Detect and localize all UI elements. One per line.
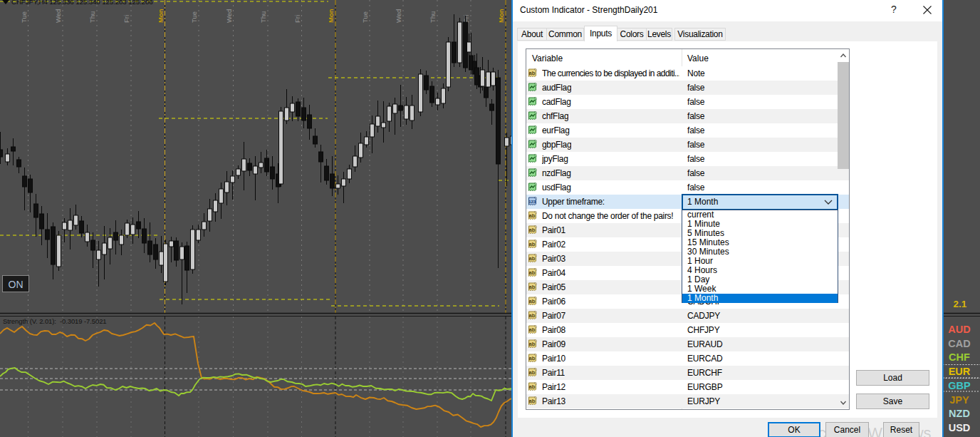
svg-text:GBP: GBP xyxy=(948,380,971,391)
svg-text:Mon: Mon xyxy=(157,9,165,23)
svg-text:123: 123 xyxy=(528,200,536,204)
svg-text:ab: ab xyxy=(529,312,536,319)
svg-text:USD: USD xyxy=(949,422,971,433)
svg-text:NZD: NZD xyxy=(949,408,970,419)
svg-text:AUD: AUD xyxy=(948,324,970,335)
svg-text:JPY: JPY xyxy=(949,394,969,406)
svg-text:Mon: Mon xyxy=(327,9,335,23)
svg-text:ab: ab xyxy=(529,255,536,262)
svg-text:Fri: Fri xyxy=(462,15,470,23)
svg-text:Thu: Thu xyxy=(259,11,267,23)
svg-text:ab: ab xyxy=(529,298,536,304)
svg-text:CAD: CAD xyxy=(948,338,970,349)
svg-text:ab: ab xyxy=(529,398,536,404)
svg-text:ab: ab xyxy=(529,212,536,219)
svg-text:Thu: Thu xyxy=(429,11,437,23)
svg-text:2.1: 2.1 xyxy=(954,299,967,309)
svg-text:Fri: Fri xyxy=(123,15,130,23)
svg-text:ab: ab xyxy=(529,70,536,76)
svg-text:Wed: Wed xyxy=(395,9,402,23)
svg-text:Fri: Fri xyxy=(293,15,301,23)
svg-text:ab: ab xyxy=(529,241,536,247)
svg-text:CHFJPY,H4 125.336 125.340 125.: CHFJPY,H4 125.336 125.340 125.203 125.20… xyxy=(11,0,153,6)
svg-text:Thu: Thu xyxy=(88,11,96,23)
svg-text:ab: ab xyxy=(529,284,536,290)
svg-text:ab: ab xyxy=(529,384,536,390)
svg-text:ab: ab xyxy=(529,369,536,376)
svg-text:Tue: Tue xyxy=(190,11,198,23)
svg-text:Strength (V. 2.01): -0.3019 -: Strength (V. 2.01): -0.3019 -7.5021 xyxy=(3,317,107,325)
svg-text:ab: ab xyxy=(529,327,536,333)
svg-text:CHF: CHF xyxy=(949,351,970,363)
svg-text:ab: ab xyxy=(529,269,536,276)
svg-text:ab: ab xyxy=(529,227,536,233)
svg-text:Wed: Wed xyxy=(225,9,233,23)
svg-text:ab: ab xyxy=(529,355,536,361)
svg-text:ON: ON xyxy=(9,279,24,290)
svg-text:Tue: Tue xyxy=(361,11,369,23)
svg-text:EUR: EUR xyxy=(949,366,971,377)
svg-text:Mon: Mon xyxy=(497,9,505,23)
svg-text:Tue: Tue xyxy=(20,11,28,23)
svg-text:ab: ab xyxy=(529,341,536,347)
svg-text:Wed: Wed xyxy=(54,9,62,23)
